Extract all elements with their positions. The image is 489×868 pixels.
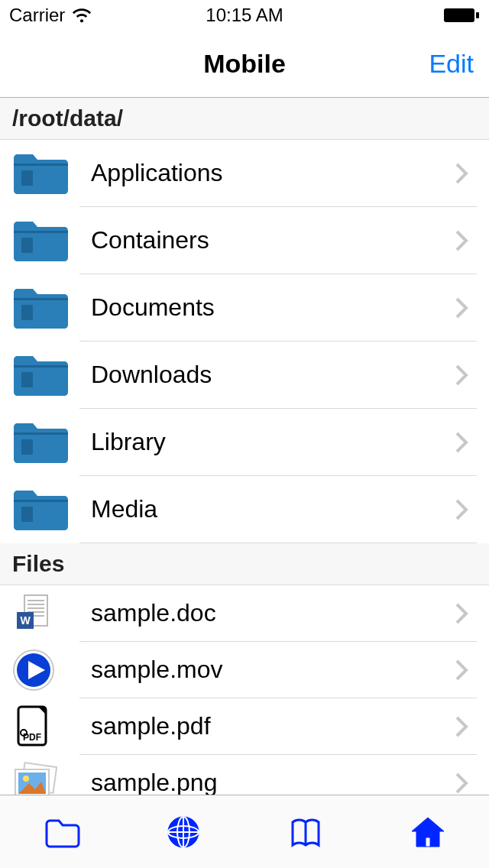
file-row-pdf[interactable]: PDF sample.pdf (0, 698, 489, 755)
svg-rect-1 (476, 12, 479, 18)
folder-row-applications[interactable]: Applications (0, 140, 489, 207)
carrier-label: Carrier (9, 5, 65, 26)
svg-text:W: W (20, 614, 31, 627)
tab-home[interactable] (367, 795, 489, 868)
wifi-icon (71, 5, 92, 26)
folder-row-documents[interactable]: Documents (0, 274, 489, 342)
chevron-right-icon (446, 585, 477, 642)
image-file-icon (11, 762, 79, 795)
folder-name: Downloads (79, 342, 446, 409)
folder-name: Library (79, 409, 446, 476)
svg-rect-5 (21, 372, 33, 387)
svg-rect-0 (444, 8, 474, 22)
chevron-right-icon (446, 409, 477, 476)
folder-icon (11, 352, 79, 398)
folder-row-library[interactable]: Library (0, 409, 489, 476)
folder-name: Containers (79, 207, 446, 274)
chevron-right-icon (446, 642, 477, 698)
svg-rect-7 (21, 507, 33, 522)
breadcrumb: /root/data/ (0, 98, 489, 140)
chevron-right-icon (446, 755, 477, 795)
svg-rect-9 (28, 600, 44, 601)
video-file-icon (11, 647, 79, 693)
files-header: Files (0, 543, 489, 585)
svg-rect-3 (21, 238, 33, 253)
edit-button[interactable]: Edit (429, 31, 474, 97)
folder-name: Media (79, 476, 446, 543)
svg-rect-2 (21, 170, 33, 186)
tab-bookmarks[interactable] (244, 795, 367, 868)
file-name: sample.doc (79, 585, 446, 642)
folder-name: Applications (79, 140, 446, 207)
file-name: sample.pdf (79, 698, 446, 755)
folder-name: Documents (79, 274, 446, 342)
chevron-right-icon (446, 207, 477, 274)
chevron-right-icon (446, 476, 477, 543)
svg-rect-6 (21, 439, 33, 455)
tab-bar (0, 795, 489, 868)
svg-text:PDF: PDF (23, 732, 41, 743)
file-name: sample.png (79, 755, 446, 795)
chevron-right-icon (446, 140, 477, 207)
file-row-doc[interactable]: W sample.doc (0, 585, 489, 642)
folder-row-downloads[interactable]: Downloads (0, 342, 489, 409)
folder-icon (11, 218, 79, 264)
folder-icon (11, 419, 79, 465)
svg-point-26 (23, 776, 29, 782)
battery-icon (443, 8, 480, 23)
chevron-right-icon (446, 698, 477, 755)
folder-row-containers[interactable]: Containers (0, 207, 489, 274)
tab-browser[interactable] (122, 795, 244, 868)
nav-bar: Mobile Edit (0, 31, 489, 98)
folder-icon (11, 285, 79, 331)
folder-icon (11, 151, 79, 196)
svg-rect-4 (21, 305, 33, 320)
svg-rect-11 (28, 607, 44, 609)
tab-files[interactable] (0, 795, 122, 868)
svg-rect-33 (426, 837, 430, 847)
word-file-icon: W (11, 591, 79, 636)
svg-rect-10 (28, 604, 44, 605)
chevron-right-icon (446, 342, 477, 409)
file-row-mov[interactable]: sample.mov (0, 642, 489, 698)
pdf-file-icon: PDF (11, 704, 79, 750)
file-name: sample.mov (79, 642, 446, 698)
file-row-png[interactable]: sample.png (0, 755, 489, 795)
page-title: Mobile (203, 49, 286, 79)
folder-icon (11, 487, 79, 533)
folder-row-media[interactable]: Media (0, 476, 489, 543)
status-bar: Carrier 10:15 AM (0, 0, 489, 31)
chevron-right-icon (446, 274, 477, 342)
